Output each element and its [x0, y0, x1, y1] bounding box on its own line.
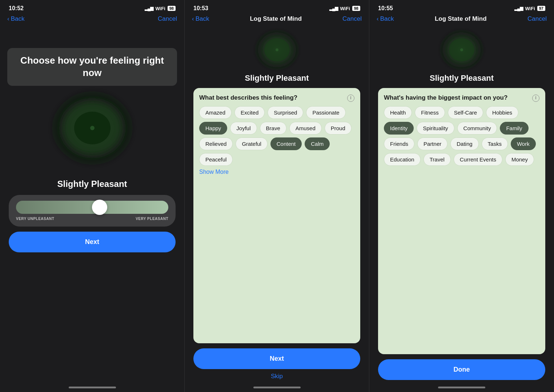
time-2: 10:53: [193, 5, 208, 12]
chevron-left-icon-1: ‹: [7, 15, 9, 23]
feeling-chip-10[interactable]: Grateful: [236, 137, 267, 150]
impact-chip-13[interactable]: Education: [384, 153, 421, 166]
battery-2: 98: [352, 6, 360, 11]
feeling-chip-5[interactable]: Joyful: [230, 122, 257, 135]
impact-chip-5[interactable]: Spirituality: [417, 122, 454, 135]
blob-3: [378, 26, 545, 73]
wifi-icon-3: WiFi: [525, 6, 535, 11]
status-bar-3: 10:55 ▂▄▆ WiFi 97: [369, 0, 554, 14]
impact-chip-10[interactable]: Dating: [450, 137, 478, 150]
battery-1: 98: [168, 6, 176, 11]
slider-container[interactable]: VERY UNPLEASANT VERY PLEASANT: [9, 195, 176, 227]
screen3-inner: Slightly Pleasant What's having the bigg…: [378, 26, 545, 384]
battery-3: 97: [537, 6, 545, 11]
impact-chip-3[interactable]: Hobbies: [486, 106, 518, 119]
time-1: 10:52: [9, 5, 24, 12]
blob-1: [9, 70, 176, 186]
heading-box: Choose how you're feeling right now: [7, 48, 177, 86]
signal-icon-3: ▂▄▆: [514, 6, 523, 11]
feeling-chip-7[interactable]: Amused: [289, 122, 322, 135]
cancel-button-1[interactable]: Cancel: [158, 15, 177, 23]
nav-bar-3: ‹ Back Log State of Mind Cancel: [369, 14, 554, 26]
slider-left-label: VERY UNPLEASANT: [16, 217, 54, 221]
next-button-2[interactable]: Next: [193, 348, 360, 369]
feeling-chip-12[interactable]: Calm: [305, 137, 330, 150]
blob-2: [193, 26, 360, 73]
back-label-2: Back: [196, 15, 209, 23]
impact-chip-7[interactable]: Family: [500, 122, 528, 135]
feeling-chip-13[interactable]: Peaceful: [199, 153, 233, 166]
feeling-chip-11[interactable]: Content: [270, 137, 302, 150]
info-icon-2[interactable]: i: [347, 95, 354, 102]
show-more-button[interactable]: Show More: [199, 169, 229, 175]
screen-1: 10:52 ▂▄▆ WiFi 98 ‹ Back Cancel Choose h…: [0, 0, 185, 392]
impact-chip-1[interactable]: Fitness: [415, 106, 445, 119]
blob-svg-1: [41, 77, 143, 179]
impact-chip-8[interactable]: Friends: [384, 137, 414, 150]
screen3-content: Slightly Pleasant What's having the bigg…: [369, 26, 554, 384]
feeling-chip-0[interactable]: Amazed: [199, 106, 232, 119]
mood-label-1: Slightly Pleasant: [57, 179, 127, 189]
feeling-chip-3[interactable]: Passionate: [306, 106, 345, 119]
impact-card: What's having the biggest impact on you?…: [378, 88, 545, 354]
done-button[interactable]: Done: [378, 359, 545, 380]
svg-point-9: [460, 48, 463, 51]
heading-text: Choose how you're feeling right now: [15, 55, 169, 79]
impact-chip-16[interactable]: Money: [505, 153, 534, 166]
nav-title-2: Log State of Mind: [250, 15, 302, 23]
back-button-1[interactable]: ‹ Back: [7, 15, 24, 23]
impact-chip-2[interactable]: Self-Care: [448, 106, 483, 119]
card-title-text-2: What best describes this feeling?: [199, 94, 344, 102]
signal-icon-1: ▂▄▆: [145, 6, 153, 11]
status-bar-1: 10:52 ▂▄▆ WiFi 98: [0, 0, 184, 14]
back-button-3[interactable]: ‹ Back: [377, 15, 394, 23]
screens-container: 10:52 ▂▄▆ WiFi 98 ‹ Back Cancel Choose h…: [0, 0, 554, 392]
feeling-chip-9[interactable]: Relieved: [199, 137, 233, 150]
chevron-left-icon-2: ‹: [192, 15, 194, 23]
back-label-1: Back: [11, 15, 25, 23]
cancel-button-2[interactable]: Cancel: [342, 15, 362, 23]
slider-labels: VERY UNPLEASANT VERY PLEASANT: [16, 217, 168, 221]
slider-thumb[interactable]: [92, 200, 107, 215]
mood-label-2: Slightly Pleasant: [193, 73, 360, 83]
screen2-inner: Slightly Pleasant What best describes th…: [193, 26, 360, 384]
screen1-content: Choose how you're feeling right now: [0, 26, 184, 384]
screen-2: 10:53 ▂▄▆ WiFi 98 ‹ Back Log State of Mi…: [185, 0, 369, 392]
impact-chip-4[interactable]: Identity: [384, 122, 414, 135]
impact-chip-6[interactable]: Community: [457, 122, 497, 135]
wifi-icon-1: WiFi: [155, 6, 165, 11]
skip-button[interactable]: Skip: [193, 373, 360, 380]
status-bar-2: 10:53 ▂▄▆ WiFi 98: [185, 0, 369, 14]
impact-chip-15[interactable]: Current Events: [454, 153, 502, 166]
signal-icon-2: ▂▄▆: [329, 6, 338, 11]
chevron-left-icon-3: ‹: [377, 15, 379, 23]
home-indicator-1: [69, 387, 116, 388]
wifi-icon-2: WiFi: [340, 6, 350, 11]
mood-label-3: Slightly Pleasant: [378, 73, 545, 83]
next-button-1[interactable]: Next: [9, 232, 176, 252]
feeling-chip-1[interactable]: Excited: [234, 106, 265, 119]
back-label-3: Back: [380, 15, 394, 23]
cancel-button-3[interactable]: Cancel: [527, 15, 547, 23]
svg-point-6: [276, 48, 278, 51]
impact-chip-12[interactable]: Work: [511, 137, 536, 150]
impact-chip-0[interactable]: Health: [384, 106, 412, 119]
impact-chip-14[interactable]: Travel: [423, 153, 451, 166]
feeling-chip-2[interactable]: Surprised: [268, 106, 303, 119]
slider-track[interactable]: [16, 201, 168, 214]
nav-bar-2: ‹ Back Log State of Mind Cancel: [185, 14, 369, 26]
feeling-chip-8[interactable]: Proud: [325, 122, 352, 135]
feeling-chip-4[interactable]: Happy: [199, 122, 227, 135]
impact-chips: HealthFitnessSelf-CareHobbiesIdentitySpi…: [384, 106, 539, 166]
info-icon-3[interactable]: i: [532, 95, 539, 102]
impact-chip-9[interactable]: Partner: [417, 137, 447, 150]
feeling-chip-6[interactable]: Brave: [260, 122, 286, 135]
impact-chip-11[interactable]: Tasks: [482, 137, 508, 150]
home-indicator-3: [438, 387, 485, 388]
feelings-chips: AmazedExcitedSurprisedPassionateHappyJoy…: [199, 106, 354, 166]
home-indicator-2: [253, 387, 301, 388]
screen-3: 10:55 ▂▄▆ WiFi 97 ‹ Back Log State of Mi…: [369, 0, 554, 392]
screen2-content: Slightly Pleasant What best describes th…: [185, 26, 369, 384]
back-button-2[interactable]: ‹ Back: [192, 15, 209, 23]
nav-bar-1: ‹ Back Cancel: [0, 14, 184, 26]
